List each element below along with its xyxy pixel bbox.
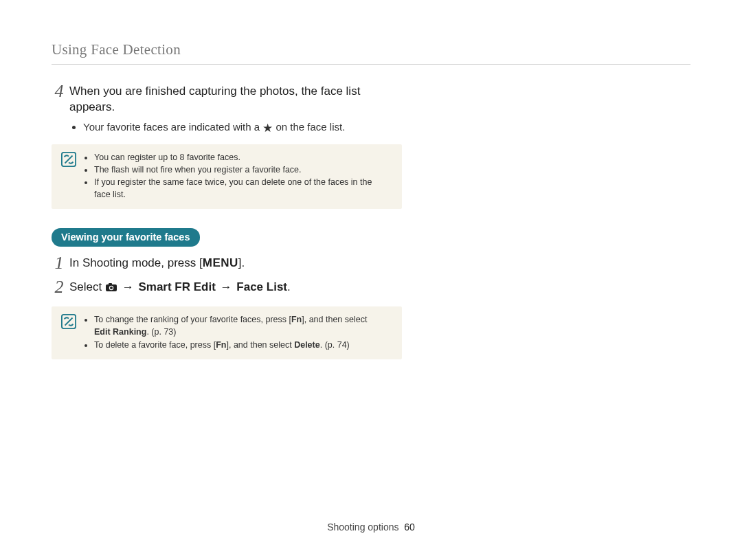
- n2-i1-a: To change the ranking of your favorite f…: [94, 315, 291, 324]
- section-heading-pill: Viewing your favorite faces: [52, 228, 200, 247]
- n2-i2-c: . (p. 74): [320, 340, 350, 350]
- page-title: Using Face Detection: [52, 41, 690, 58]
- step-number: 2: [52, 278, 67, 298]
- step-2: 2 Select → Smart FR Edit → Face List.: [52, 278, 402, 298]
- svg-point-5: [110, 287, 113, 289]
- arrow-icon: →: [219, 280, 234, 295]
- svg-line-7: [65, 318, 73, 326]
- note-1-item: You can register up to 8 favorite faces.: [94, 151, 392, 164]
- step-4-text: When you are finished capturing the phot…: [67, 82, 402, 115]
- smart-fr-edit-label: Smart FR Edit: [138, 280, 215, 293]
- note-box-2: To change the ranking of your favorite f…: [52, 306, 402, 359]
- bullet-text-b: on the face list.: [273, 121, 345, 133]
- arrow-icon: →: [121, 280, 135, 295]
- step-2-text-b: .: [287, 280, 291, 293]
- n2-i1-b: ], and then select: [302, 315, 367, 324]
- step-2-text-a: Select: [69, 280, 105, 293]
- step-1-text-a: In Shooting mode, press [: [69, 256, 203, 269]
- step-4: 4 When you are finished capturing the ph…: [52, 82, 402, 115]
- note-1-item: The flash will not fire when you registe…: [94, 164, 392, 176]
- step-1-text: In Shooting mode, press [MENU].: [67, 254, 245, 273]
- note-1-list: You can register up to 8 favorite faces.…: [83, 151, 392, 201]
- menu-button-label: MENU: [203, 256, 238, 269]
- step-number: 1: [52, 254, 67, 273]
- footer-page-number: 60: [404, 522, 415, 533]
- n2-i1-c: . (p. 73): [146, 327, 176, 337]
- step-2-text: Select → Smart FR Edit → Face List.: [67, 278, 291, 298]
- edit-ranking-label: Edit Ranking: [94, 327, 146, 337]
- step-number: 4: [52, 82, 67, 115]
- fn-label: Fn: [291, 315, 302, 324]
- camera-icon: [105, 281, 117, 297]
- n2-i2-b: ], and then select: [226, 340, 294, 350]
- note-box-1: You can register up to 8 favorite faces.…: [52, 144, 402, 210]
- note-2-list: To change the ranking of your favorite f…: [83, 313, 392, 350]
- n2-i2-a: To delete a favorite face, press [: [94, 340, 216, 350]
- footer-section-label: Shooting options: [327, 522, 398, 533]
- note-2-item-2: To delete a favorite face, press [Fn], a…: [94, 339, 392, 351]
- bullet-text-a: Your favorite faces are indicated with a: [83, 121, 262, 133]
- delete-label: Delete: [294, 340, 320, 350]
- step-4-bullets: Your favorite faces are indicated with a…: [52, 120, 402, 135]
- note-icon: [61, 314, 76, 329]
- svg-line-1: [65, 155, 73, 163]
- step-4-bullet-1: Your favorite faces are indicated with a…: [83, 120, 402, 135]
- page-footer: Shooting options 60: [0, 522, 742, 533]
- face-list-label: Face List: [236, 280, 287, 293]
- svg-rect-3: [109, 283, 112, 285]
- fn-label: Fn: [216, 340, 226, 350]
- note-1-item: If you register the same face twice, you…: [94, 176, 392, 201]
- note-icon: [61, 152, 76, 167]
- step-1: 1 In Shooting mode, press [MENU].: [52, 254, 402, 273]
- title-rule: [52, 64, 690, 65]
- step-1-text-b: ].: [238, 256, 245, 269]
- note-2-item-1: To change the ranking of your favorite f…: [94, 313, 392, 338]
